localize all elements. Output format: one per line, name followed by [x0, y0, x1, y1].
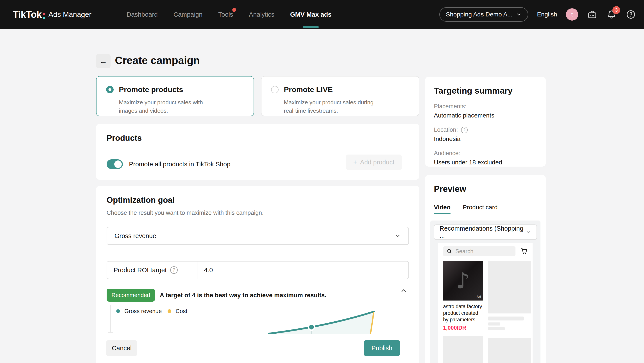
brand-suffix: Ads Manager [48, 10, 92, 19]
primary-nav: Dashboard Campaign Tools Analytics GMV M… [126, 0, 332, 29]
nav-item-tools[interactable]: Tools [218, 0, 233, 29]
preview-panel: Recommendations (Shopping ... Search [430, 221, 540, 363]
preview-tabs: Video Product card [434, 204, 537, 214]
optimization-subtitle: Choose the result you want to maximize w… [106, 210, 409, 216]
location-help-icon[interactable]: ? [461, 127, 468, 133]
search-placeholder: Search [455, 248, 473, 255]
audience-label: Audience: [434, 150, 537, 157]
phone-preview-screen: Search ♪ [438, 243, 532, 363]
top-nav: TikTok Ads Manager Dashboard Campaign To… [0, 0, 644, 29]
notification-count-badge: 3 [612, 6, 620, 14]
product-price: 1,000IDR [443, 325, 483, 331]
nav-item-campaign[interactable]: Campaign [174, 0, 202, 29]
campaign-type-promote-live[interactable]: Promote LIVE Maximize your product sales… [261, 76, 420, 116]
cancel-button[interactable]: Cancel [106, 340, 137, 356]
optimization-goal-select[interactable]: Gross revenue [106, 227, 409, 245]
promote-all-toggle-label: Promote all products in TikTok Shop [129, 161, 230, 168]
tab-product-card[interactable]: Product card [463, 204, 498, 214]
product-ad-image[interactable]: ♪ Ad [443, 261, 483, 301]
campaign-type-title: Promote LIVE [284, 85, 333, 94]
back-arrow-icon: ← [99, 56, 107, 66]
products-card: Products Promote all products in TikTok … [96, 124, 420, 180]
roi-target-label: Product ROI target [114, 267, 167, 274]
recommendation-text: A target of 4 is the best way to achieve… [160, 292, 326, 299]
chevron-down-icon [516, 12, 522, 17]
campaign-type-description: Maximize your product sales during real-… [284, 98, 380, 115]
targeting-summary-card: Targeting summary Placements: Automatic … [425, 77, 546, 167]
chevron-down-icon [526, 229, 531, 235]
cart-icon[interactable] [520, 247, 528, 255]
language-selector[interactable]: English [537, 11, 557, 18]
skeleton-text-line [488, 327, 505, 330]
add-product-button[interactable]: + Add product [346, 155, 402, 170]
roi-point-marker [309, 325, 314, 330]
audience-value: Users under 18 excluded [434, 159, 537, 166]
brand-wordmark: TikTok [13, 9, 42, 20]
optimization-heading: Optimization goal [106, 196, 409, 205]
nav-right-cluster: Shopping Ads Demo A... English t 3 [439, 0, 636, 29]
ad-label: Ad [476, 295, 481, 299]
skeleton-image-block [443, 336, 483, 363]
help-icon[interactable] [626, 9, 636, 20]
tab-video[interactable]: Video [434, 204, 450, 214]
toolbox-icon[interactable] [587, 9, 598, 20]
nav-item-dashboard[interactable]: Dashboard [126, 0, 158, 29]
avatar[interactable]: t [566, 8, 578, 20]
action-footer: Cancel Publish [96, 334, 420, 363]
collapse-chevron-up-icon[interactable] [400, 287, 407, 294]
brand-logo[interactable]: TikTok Ads Manager [13, 9, 92, 20]
tools-notification-dot [232, 8, 236, 12]
preview-heading: Preview [434, 184, 537, 194]
back-button[interactable]: ← [96, 54, 110, 68]
campaign-type-promote-products[interactable]: Promote products Maximize your product s… [96, 76, 254, 116]
placements-label: Placements: [434, 103, 537, 110]
app-screen: TikTok Ads Manager Dashboard Campaign To… [0, 0, 644, 363]
skeleton-text-line [488, 317, 524, 321]
plus-icon: + [353, 159, 357, 166]
recommended-badge: Recommended [106, 289, 155, 302]
account-selector[interactable]: Shopping Ads Demo A... [439, 7, 528, 22]
nav-item-gmv-max-ads[interactable]: GMV Max ads [290, 0, 332, 29]
roi-tradeoff-chart [106, 304, 418, 334]
preview-card: Preview Video Product card Recommendatio… [425, 175, 546, 363]
campaign-type-title: Promote products [119, 85, 183, 94]
location-label: Location: ? [434, 126, 537, 133]
search-icon [446, 248, 452, 254]
placements-value: Automatic placements [434, 112, 537, 119]
notifications-bell-icon[interactable]: 3 [606, 9, 617, 20]
skeleton-text-line [488, 323, 500, 326]
brand-colon-icon [43, 13, 46, 19]
radio-unselected-icon[interactable] [271, 86, 278, 93]
tiktok-note-watermark-icon: ♪ [456, 268, 470, 294]
products-heading: Products [106, 133, 409, 143]
chevron-down-icon [394, 233, 401, 239]
roi-help-icon[interactable]: ? [170, 266, 178, 274]
targeting-summary-heading: Targeting summary [434, 86, 537, 96]
phone-search-field[interactable]: Search [443, 246, 516, 256]
roi-target-field: Product ROI target ? [106, 261, 409, 279]
publish-button[interactable]: Publish [364, 340, 400, 356]
nav-item-analytics[interactable]: Analytics [249, 0, 274, 29]
product-title[interactable]: astro data factory product created by pa… [443, 303, 483, 323]
location-value: Indonesia [434, 135, 537, 142]
optimization-goal-value: Gross revenue [114, 232, 156, 240]
radio-selected-icon[interactable] [106, 86, 114, 93]
skeleton-image-block [488, 338, 531, 363]
roi-target-input[interactable] [198, 262, 408, 279]
preview-placement-select[interactable]: Recommendations (Shopping ... [434, 224, 537, 240]
campaign-type-description: Maximize your product sales with images … [119, 98, 216, 115]
page-title: Create campaign [115, 54, 200, 66]
promote-all-toggle[interactable] [106, 159, 123, 169]
skeleton-image-block [488, 261, 531, 314]
